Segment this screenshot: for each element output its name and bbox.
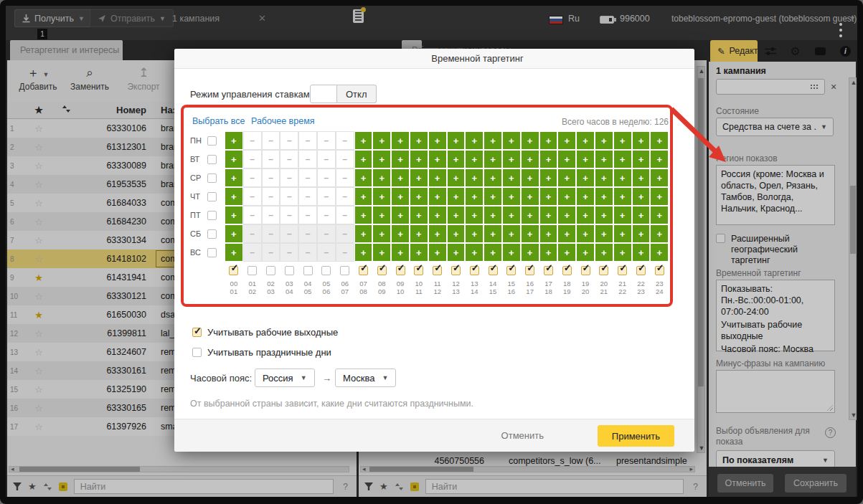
modal-apply-button[interactable]: Применить (598, 425, 674, 447)
annotation-arrow (661, 102, 740, 173)
country-value: Россия (263, 373, 293, 384)
country-select[interactable]: Россия ▼ (255, 369, 315, 387)
holiday-note: От выбранной страны зависит, какие дни с… (190, 399, 473, 409)
app-window: Получить ▼ Отправить ▼ 1 кампания ✕ Ru 9… (0, 0, 863, 504)
working-weekends-row[interactable]: Учитывать рабочие выходные (192, 327, 338, 338)
modal-title: Временной таргетинг (174, 49, 694, 69)
toggle-knob (310, 85, 337, 103)
toggle-state-label: Откл (337, 85, 377, 103)
timezone-label: Часовой пояс: (190, 373, 252, 384)
chevron-down-icon: ▼ (301, 374, 307, 381)
bid-mode-toggle[interactable]: Откл (310, 85, 377, 103)
holidays-row[interactable]: Учитывать праздничные дни (192, 347, 331, 358)
modal-footer: Отменить Применить (174, 419, 694, 452)
working-weekends-label: Учитывать рабочие выходные (207, 327, 338, 338)
city-value: Москва (343, 373, 374, 384)
arrow-right-icon: → (322, 373, 331, 384)
holidays-label: Учитывать праздничные дни (207, 347, 331, 358)
modal-cancel-button[interactable]: Отменить (501, 430, 544, 441)
chevron-down-icon: ▼ (382, 374, 388, 381)
working-weekends-checkbox[interactable] (192, 328, 202, 337)
annotation-rectangle (181, 105, 673, 307)
city-select[interactable]: Москва ▼ (335, 369, 396, 387)
bid-mode-label: Режим управления ставками (190, 89, 315, 100)
holidays-checkbox[interactable] (192, 348, 202, 357)
